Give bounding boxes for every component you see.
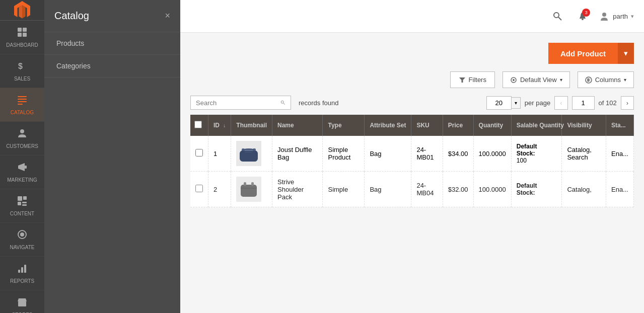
page-body: Add Product ▾ Filters <box>180 33 644 313</box>
table-row: 2 Strive Shoulder Pack <box>190 172 634 207</box>
svg-rect-14 <box>22 202 27 203</box>
th-thumbnail: Thumbnail <box>231 115 272 136</box>
th-status: Sta... <box>606 115 634 136</box>
logo[interactable] <box>0 0 44 21</box>
svg-rect-7 <box>18 101 27 102</box>
add-product-button[interactable]: Add Product <box>548 43 618 64</box>
svg-rect-3 <box>23 33 27 37</box>
sidebar-item-reports[interactable]: REPORTS <box>0 257 44 290</box>
svg-rect-2 <box>18 33 22 37</box>
svg-rect-8 <box>18 104 23 105</box>
user-dropdown-icon: ▾ <box>631 13 634 20</box>
flyout-menu: Catalog × Products Categories <box>44 0 180 313</box>
sidebar-item-label: CATALOG <box>11 110 34 115</box>
search-box <box>190 96 291 110</box>
row-sku-1: 24-MB01 <box>411 136 443 172</box>
sidebar-item-sales[interactable]: $ SALES <box>0 54 44 88</box>
sidebar-item-stores[interactable]: STORES <box>0 290 44 313</box>
default-view-button[interactable]: Default View ▾ <box>503 71 570 88</box>
sales-icon: $ <box>17 60 28 74</box>
flyout-close-button[interactable]: × <box>165 11 170 21</box>
sidebar-item-label: DASHBOARD <box>6 42 38 48</box>
row-name-1: Joust Duffle Bag <box>272 136 323 172</box>
sidebar-item-label: CUSTOMERS <box>6 143 38 149</box>
svg-rect-20 <box>24 265 26 273</box>
sidebar-item-label: NAVIGATE <box>10 245 34 250</box>
navigate-icon <box>17 229 28 243</box>
sidebar-item-catalog[interactable]: CATALOG <box>0 88 44 122</box>
flyout-products-label: Products <box>56 39 84 47</box>
table-body: 1 <box>190 136 634 207</box>
per-page-arrow[interactable]: ▾ <box>512 97 521 109</box>
filters-button[interactable]: Filters <box>450 71 495 88</box>
sidebar-item-navigate[interactable]: NAVIGATE <box>0 223 44 257</box>
sort-arrow-id: ↓ <box>223 123 226 128</box>
row-checkbox-1[interactable] <box>195 149 203 156</box>
user-menu[interactable]: parth ▾ <box>599 11 634 22</box>
catalog-icon <box>17 94 28 108</box>
row-sku-2: 24-MB04 <box>411 172 443 207</box>
th-checkbox <box>190 115 208 136</box>
sidebar-item-label: REPORTS <box>10 278 34 284</box>
row-status-2: Ena... <box>606 172 634 207</box>
add-product-label: Add Product <box>560 49 606 58</box>
row-attr-set-1: Bag <box>365 136 411 172</box>
select-all-checkbox[interactable] <box>194 121 202 128</box>
svg-rect-11 <box>18 196 22 201</box>
svg-text:$: $ <box>18 62 23 70</box>
svg-rect-6 <box>18 99 27 100</box>
thumbnail-1 <box>236 141 261 166</box>
marketing-icon <box>17 162 28 175</box>
notification-button[interactable]: 3 <box>574 8 591 25</box>
svg-rect-18 <box>18 270 20 273</box>
row-name-2: Strive Shoulder Pack <box>272 172 323 207</box>
flyout-menu-item-products[interactable]: Products <box>44 32 180 55</box>
sidebar-item-content[interactable]: CONTENT <box>0 189 44 223</box>
per-page-label: per page <box>525 99 550 107</box>
th-visibility: Visibility <box>562 115 606 136</box>
prev-page-button[interactable]: ‹ <box>554 96 567 110</box>
row-checkbox-2[interactable] <box>195 185 203 192</box>
flyout-header: Catalog × <box>44 0 180 32</box>
sidebar-item-label: MARKETING <box>7 177 37 183</box>
user-name: parth <box>613 13 628 20</box>
thumbnail-2 <box>236 177 261 202</box>
th-id[interactable]: ID ↓ <box>208 115 231 136</box>
columns-button[interactable]: Columns ▾ <box>578 71 634 88</box>
row-price-2: $32.00 <box>443 172 473 207</box>
row-thumbnail-1 <box>231 136 272 172</box>
th-id-label: ID <box>213 122 220 129</box>
svg-point-9 <box>20 129 24 133</box>
filters-label: Filters <box>469 76 486 84</box>
row-type-1: Simple Product <box>323 136 365 172</box>
next-page-button[interactable]: › <box>621 96 634 110</box>
table-header: ID ↓ Thumbnail Name Type Attribute Set S… <box>190 115 634 136</box>
sidebar-item-label: SALES <box>14 76 30 82</box>
svg-rect-39 <box>244 182 246 186</box>
svg-line-31 <box>283 103 285 105</box>
flyout-categories-label: Categories <box>56 62 91 70</box>
row-status-1: Ena... <box>606 136 634 172</box>
svg-point-26 <box>602 13 606 17</box>
add-product-dropdown-button[interactable]: ▾ <box>618 43 634 64</box>
per-page-input[interactable] <box>486 96 512 110</box>
search-input[interactable] <box>196 99 280 107</box>
stores-icon <box>17 296 28 310</box>
svg-rect-38 <box>241 185 257 197</box>
flyout-title: Catalog <box>54 10 89 22</box>
search-button[interactable] <box>548 8 566 25</box>
svg-point-30 <box>281 101 283 103</box>
th-attribute-set: Attribute Set <box>365 115 411 136</box>
svg-rect-10 <box>25 166 27 169</box>
svg-point-23 <box>554 13 559 18</box>
svg-rect-13 <box>18 202 21 205</box>
svg-point-28 <box>513 79 515 81</box>
view-label: Default View <box>520 76 557 84</box>
sidebar-item-marketing[interactable]: MARKETING <box>0 155 44 189</box>
sidebar-item-dashboard[interactable]: DASHBOARD <box>0 21 44 54</box>
page-input[interactable] <box>572 96 595 110</box>
svg-point-16 <box>20 232 24 237</box>
flyout-menu-item-categories[interactable]: Categories <box>44 55 180 77</box>
svg-rect-15 <box>22 204 27 206</box>
sidebar-item-customers[interactable]: CUSTOMERS <box>0 122 44 155</box>
